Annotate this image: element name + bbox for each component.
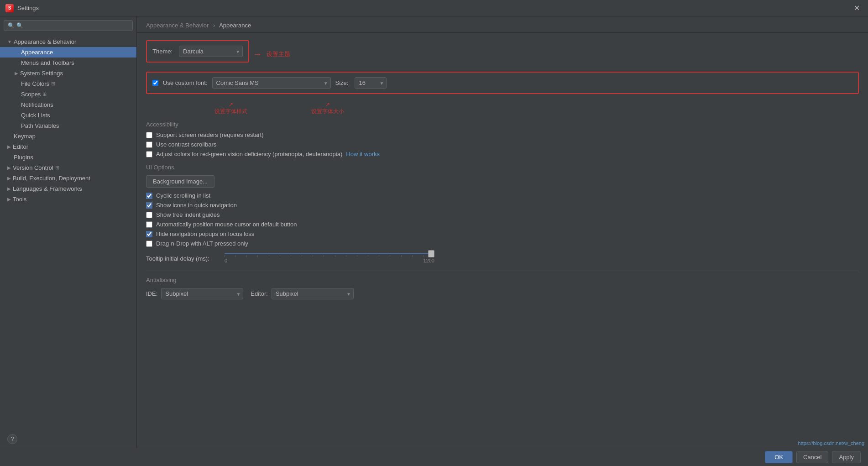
sidebar-item-menus-toolbars[interactable]: Menus and Toolbars [0,58,136,68]
sidebar-item-label-editor: Editor [13,143,28,150]
antialiasing-title: Antialiasing [146,271,859,283]
checkbox-color-deficiency[interactable] [146,151,152,157]
sidebar-item-plugins[interactable]: Plugins [0,152,136,162]
size-label: Size: [335,79,349,86]
ui-item-drag-drop: Drag-n-Drop with ALT pressed only [146,240,859,247]
breadcrumb-separator: › [213,22,215,29]
sidebar-item-label-appearance-behavior: Appearance & Behavior [14,38,76,45]
ui-checkbox-auto-mouse[interactable] [146,221,152,228]
ui-item-show-icons: Show icons in quick navigation [146,202,859,209]
sidebar-item-build-execution[interactable]: ▶Build, Execution, Deployment [0,173,136,183]
ui-checkbox-drag-drop[interactable] [146,241,152,247]
ui-checkbox-hide-navigation[interactable] [146,231,152,237]
ide-antialiasing-dropdown[interactable]: Subpixel Greyscale LCD [161,288,243,299]
tree-arrow-tools: ▶ [7,197,11,202]
sidebar-item-tools[interactable]: ▶Tools [0,194,136,204]
sidebar-item-appearance[interactable]: Appearance [0,47,136,58]
slider-fill [225,253,432,254]
sidebar-item-notifications[interactable]: Notifications [0,99,136,110]
theme-annotation-text: 设置主题 [267,50,290,58]
ide-label: IDE: [146,290,157,297]
sidebar-item-path-variables[interactable]: Path Variables [0,120,136,131]
tree-arrow-appearance-behavior: ▼ [7,39,12,44]
sidebar-tree: ▼Appearance & BehaviorAppearanceMenus an… [0,35,136,448]
ui-checkbox-show-tree-indent[interactable] [146,212,152,218]
theme-annotation-arrow: → [253,49,262,59]
tree-arrow-system-settings: ▶ [15,71,18,76]
label-contrast-scrollbars: Use contrast scrollbars [156,141,216,148]
sidebar-item-quick-lists[interactable]: Quick Lists [0,110,136,120]
ui-checkbox-show-icons[interactable] [146,202,152,209]
footer-link: https://blog.csdn.net/w_cheng [798,440,864,446]
apply-button[interactable]: Apply [832,451,861,463]
ui-item-hide-navigation: Hide navigation popups on focus loss [146,230,859,237]
size-dropdown[interactable]: 16 12 14 18 [355,77,387,89]
settings-content: Theme: Darcula IntelliJ High contrast Wi… [137,33,868,448]
sidebar-item-system-settings[interactable]: ▶System Settings [0,68,136,79]
ide-aa-item: IDE: Subpixel Greyscale LCD ▼ [146,288,243,299]
checkbox-screen-readers[interactable] [146,132,152,138]
theme-label: Theme: [152,48,173,55]
editor-antialiasing-dropdown[interactable]: Subpixel Greyscale LCD [272,288,354,299]
tooltip-delay-label: Tooltip initial delay (ms): [146,255,219,262]
window-title: Settings [17,5,851,11]
sidebar-item-editor[interactable]: ▶Editor [0,141,136,152]
font-dropdown[interactable]: Comic Sans MS Arial Courier New Segoe UI [212,77,331,89]
close-button[interactable]: ✕ [851,3,863,13]
accessibility-item-color-deficiency: Adjust colors for red-green vision defic… [146,151,859,157]
sidebar-item-label-path-variables: Path Variables [21,122,59,129]
tree-arrow-version-control: ▶ [7,165,11,170]
slider-thumb[interactable] [428,250,434,257]
how-it-works-link[interactable]: How it works [346,151,380,157]
accessibility-title: Accessibility [146,121,859,128]
editor-aa-item: Editor: Subpixel Greyscale LCD ▼ [251,288,354,299]
ok-button[interactable]: OK [765,451,793,463]
ui-label-hide-navigation: Hide navigation popups on focus loss [156,230,254,237]
main-content: 🔍 ▼Appearance & BehaviorAppearanceMenus … [0,16,868,448]
sidebar-item-label-tools: Tools [13,196,26,203]
slider-min: 0 [225,258,227,263]
tree-arrow-languages-frameworks: ▶ [7,186,11,191]
help-button[interactable]: ? [7,434,17,444]
slider-values: 0 1200 [225,258,434,263]
label-screen-readers: Support screen readers (requires restart… [156,131,264,138]
sidebar-item-version-control[interactable]: ▶Version Control⊞ [0,162,136,173]
tooltip-slider-row: Tooltip initial delay (ms): 0 [146,253,859,263]
size-dropdown-wrapper: 16 12 14 18 ▼ [355,77,387,89]
custom-font-checkbox[interactable] [152,80,158,86]
sidebar-item-label-scopes: Scopes [21,91,41,98]
theme-dropdown[interactable]: Darcula IntelliJ High contrast Windows [179,46,243,57]
right-panel: Appearance & Behavior › Appearance Theme… [137,16,868,448]
sidebar-item-label-keymap: Keymap [14,133,36,140]
slider-track [225,253,434,254]
custom-font-label: Use custom font: [163,79,208,86]
title-bar: S Settings ✕ [0,0,868,16]
ui-checkbox-cyclic-scrolling[interactable] [146,193,152,199]
theme-dropdown-wrapper: Darcula IntelliJ High contrast Windows ▼ [179,46,243,57]
sidebar-item-scopes[interactable]: Scopes⊞ [0,89,136,99]
label-color-deficiency: Adjust colors for red-green vision defic… [156,151,342,157]
sidebar-item-appearance-behavior[interactable]: ▼Appearance & Behavior [0,37,136,47]
theme-section-box: Theme: Darcula IntelliJ High contrast Wi… [146,40,249,63]
tooltip-slider-container: 0 1200 [225,253,434,263]
sidebar-item-label-build-execution: Build, Execution, Deployment [13,175,90,182]
ui-item-show-tree-indent: Show tree indent guides [146,211,859,218]
cancel-button[interactable]: Cancel [796,451,828,463]
sidebar-item-keymap[interactable]: Keymap [0,131,136,141]
antialiasing-row: IDE: Subpixel Greyscale LCD ▼ Editor: [146,288,859,299]
sidebar-item-file-colors[interactable]: File Colors⊞ [0,79,136,89]
sidebar-item-label-quick-lists: Quick Lists [21,112,50,119]
ui-label-show-icons: Show icons in quick navigation [156,202,237,209]
ui-label-drag-drop: Drag-n-Drop with ALT pressed only [156,240,248,247]
background-image-button[interactable]: Background Image... [146,175,214,188]
editor-label: Editor: [251,290,268,297]
search-input[interactable] [16,22,129,29]
ide-dropdown-wrapper: Subpixel Greyscale LCD ▼ [161,288,243,299]
accessibility-item-contrast-scrollbars: Use contrast scrollbars [146,141,859,148]
sidebar-item-label-languages-frameworks: Languages & Frameworks [13,185,82,192]
sidebar-item-languages-frameworks[interactable]: ▶Languages & Frameworks [0,183,136,194]
font-section-box: Use custom font: Comic Sans MS Arial Cou… [146,72,859,94]
search-box[interactable]: 🔍 [4,20,133,31]
checkbox-contrast-scrollbars[interactable] [146,141,152,148]
font-annotation: 设置字体样式 [214,108,247,115]
